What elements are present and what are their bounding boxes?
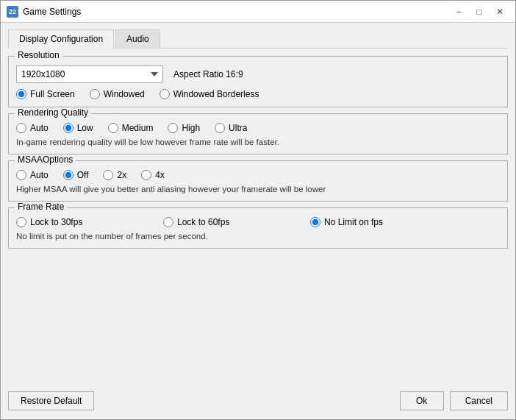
rendering-quality-group: Rendering Quality Auto Low M xyxy=(8,113,508,154)
restore-default-button[interactable]: Restore Default xyxy=(8,391,94,410)
window-controls: − □ ✕ xyxy=(449,4,509,19)
game-settings-window: 22 Game Settings − □ ✕ Display Configura… xyxy=(0,0,516,420)
title-bar: 22 Game Settings − □ ✕ xyxy=(1,1,515,23)
ok-button[interactable]: Ok xyxy=(400,391,444,410)
bottom-buttons-row: Restore Default Ok Cancel xyxy=(8,385,508,413)
msaa-options-row: Auto Off 2x 4x xyxy=(16,170,500,180)
rendering-content: Auto Low Medium High xyxy=(16,123,500,146)
display-panel: Resolution 1920x1080 Aspect Ratio 16:9 F… xyxy=(8,56,508,413)
rendering-options-row: Auto Low Medium High xyxy=(16,123,500,133)
content-area: Display Configuration Audio Resolution 1… xyxy=(1,23,515,419)
framerate-group: Frame Rate Lock to 30fps Lock to 60fps xyxy=(8,207,508,249)
framerate-hint: No limit is put on the number of frames … xyxy=(16,232,500,241)
render-low-option[interactable]: Low xyxy=(63,123,93,133)
maximize-button[interactable]: □ xyxy=(470,4,489,19)
framerate-group-title: Frame Rate xyxy=(15,202,67,212)
resolution-group: Resolution 1920x1080 Aspect Ratio 16:9 F… xyxy=(8,56,508,107)
msaa-auto-option[interactable]: Auto xyxy=(16,170,49,180)
ok-cancel-buttons: Ok Cancel xyxy=(400,391,508,410)
app-icon: 22 xyxy=(7,6,18,18)
fps-nolimit-option[interactable]: No Limit on fps xyxy=(310,217,457,227)
msaa-4x-option[interactable]: 4x xyxy=(141,170,165,180)
cancel-button[interactable]: Cancel xyxy=(450,391,508,410)
fps60-option[interactable]: Lock to 60fps xyxy=(163,217,310,227)
msaa-group-title: MSAAOptions xyxy=(15,154,76,165)
resolution-dropdown-row: 1920x1080 Aspect Ratio 16:9 xyxy=(16,65,500,83)
minimize-button[interactable]: − xyxy=(449,4,468,19)
framerate-options-row: Lock to 30fps Lock to 60fps No Limit on … xyxy=(16,217,500,227)
msaa-group: MSAAOptions Auto Off 2x xyxy=(8,160,508,202)
close-button[interactable]: ✕ xyxy=(490,4,509,19)
windowed-option[interactable]: Windowed xyxy=(90,89,145,99)
resolution-group-title: Resolution xyxy=(15,50,62,60)
render-high-option[interactable]: High xyxy=(168,123,200,133)
rendering-hint: In-game rendering quality will be low ho… xyxy=(16,138,500,146)
window-title: Game Settings xyxy=(23,7,449,17)
windowed-borderless-option[interactable]: Windowed Borderless xyxy=(160,89,259,99)
resolution-content: 1920x1080 Aspect Ratio 16:9 Full Screen … xyxy=(16,65,500,99)
msaa-content: Auto Off 2x 4x xyxy=(16,170,500,193)
msaa-hint: Higher MSAA will give you better anti al… xyxy=(16,185,500,193)
tab-audio[interactable]: Audio xyxy=(115,29,160,49)
tab-display-configuration[interactable]: Display Configuration xyxy=(8,29,114,49)
tab-bar: Display Configuration Audio xyxy=(8,29,508,49)
render-auto-option[interactable]: Auto xyxy=(16,123,49,133)
aspect-ratio-label: Aspect Ratio 16:9 xyxy=(173,69,243,79)
fps30-option[interactable]: Lock to 30fps xyxy=(16,217,163,227)
render-medium-option[interactable]: Medium xyxy=(108,123,154,133)
resolution-select[interactable]: 1920x1080 xyxy=(16,65,163,83)
msaa-2x-option[interactable]: 2x xyxy=(103,170,126,180)
rendering-group-title: Rendering Quality xyxy=(15,107,91,118)
fullscreen-option[interactable]: Full Screen xyxy=(16,89,75,99)
display-mode-row: Full Screen Windowed Windowed Borderless xyxy=(16,89,500,99)
render-ultra-option[interactable]: Ultra xyxy=(215,123,247,133)
framerate-content: Lock to 30fps Lock to 60fps No Limit on … xyxy=(16,217,500,241)
msaa-off-option[interactable]: Off xyxy=(63,170,89,180)
